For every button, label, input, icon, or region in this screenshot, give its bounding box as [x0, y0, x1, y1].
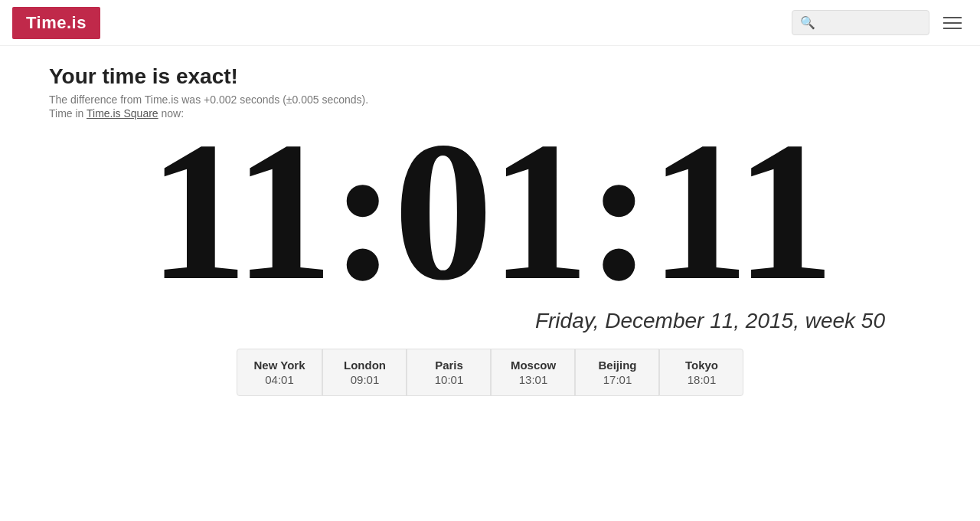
city-name: Beijing	[593, 359, 642, 372]
city-time: 09:01	[340, 373, 389, 386]
header-right: 🔍	[792, 10, 968, 35]
city-time: 17:01	[593, 373, 642, 386]
city-name: Tokyo	[677, 359, 726, 372]
city-time: 04:01	[254, 373, 305, 386]
search-icon: 🔍	[800, 15, 815, 30]
hamburger-button[interactable]	[937, 11, 968, 35]
square-prefix: Time in	[49, 107, 87, 120]
city-card[interactable]: New York04:01	[237, 349, 323, 396]
city-card[interactable]: Beijing17:01	[575, 349, 659, 396]
city-time: 10:01	[424, 373, 473, 386]
header: Time.is 🔍	[0, 0, 980, 46]
time-square-link[interactable]: Time.is Square	[87, 107, 158, 120]
time-exact-heading: Your time is exact!	[49, 64, 931, 89]
city-card[interactable]: London09:01	[322, 349, 407, 396]
hamburger-line-3	[943, 28, 962, 29]
search-box[interactable]: 🔍	[792, 10, 929, 35]
city-name: Moscow	[508, 359, 557, 372]
main-content: Your time is exact! The difference from …	[0, 46, 980, 411]
city-card[interactable]: Paris10:01	[407, 349, 491, 396]
hamburger-line-1	[943, 17, 962, 18]
city-name: Paris	[424, 359, 473, 372]
city-card[interactable]: Moscow13:01	[491, 349, 575, 396]
city-time: 13:01	[508, 373, 557, 386]
clock-container: 11:01:11	[49, 120, 931, 303]
city-times: New York04:01London09:01Paris10:01Moscow…	[49, 349, 931, 396]
city-card[interactable]: Tokyo18:01	[659, 349, 743, 396]
logo[interactable]: Time.is	[12, 7, 100, 39]
city-name: London	[340, 359, 389, 372]
hamburger-line-2	[943, 22, 962, 24]
search-input[interactable]	[820, 17, 921, 29]
city-name: New York	[254, 359, 305, 372]
city-time: 18:01	[677, 373, 726, 386]
big-clock: 11:01:11	[49, 120, 931, 303]
